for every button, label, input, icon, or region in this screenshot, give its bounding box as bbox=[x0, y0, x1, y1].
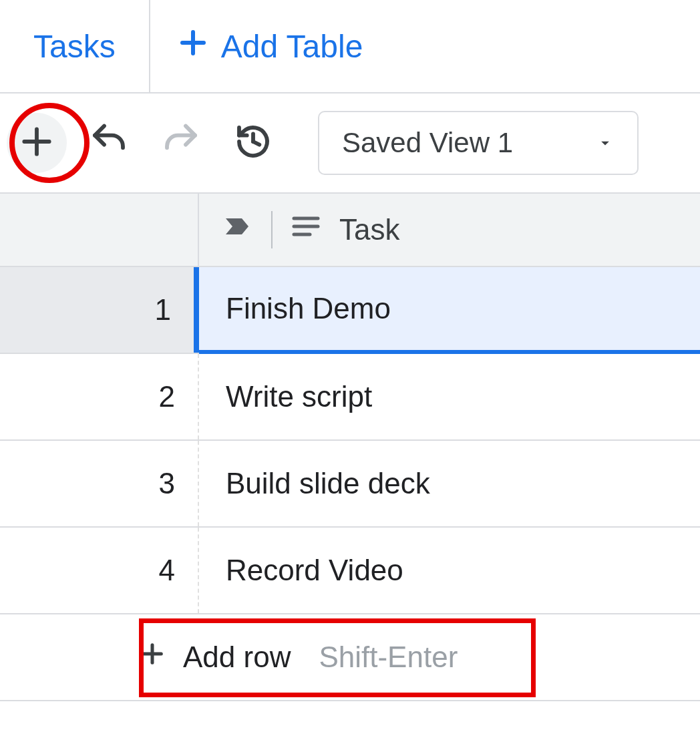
toolbar: Saved View 1 bbox=[0, 94, 700, 194]
plus-icon bbox=[18, 123, 55, 163]
undo-button[interactable] bbox=[79, 113, 139, 173]
saved-view-label: Saved View 1 bbox=[342, 127, 513, 159]
redo-button[interactable] bbox=[151, 113, 211, 173]
task-cell[interactable]: Write script bbox=[199, 354, 700, 439]
column-header-label: Task bbox=[339, 213, 399, 246]
row-number[interactable]: 3 bbox=[0, 441, 199, 526]
svg-line-5 bbox=[253, 142, 259, 145]
add-row-hint: Shift-Enter bbox=[319, 640, 458, 674]
task-cell[interactable]: Build slide deck bbox=[199, 441, 700, 526]
table-row[interactable]: 3 Build slide deck bbox=[0, 441, 700, 528]
plus-icon bbox=[177, 27, 209, 66]
history-button[interactable] bbox=[223, 113, 283, 173]
task-cell[interactable]: Finish Demo bbox=[199, 267, 700, 354]
undo-icon bbox=[90, 123, 128, 163]
add-row-footer[interactable]: Add row Shift-Enter bbox=[0, 614, 700, 701]
tab-label: Tasks bbox=[33, 28, 116, 65]
table-row[interactable]: 2 Write script bbox=[0, 354, 700, 441]
plus-icon bbox=[139, 640, 166, 674]
tab-tasks[interactable]: Tasks bbox=[0, 0, 150, 92]
table-tab-bar: Tasks Add Table bbox=[0, 0, 700, 94]
column-header-task[interactable]: Task bbox=[199, 194, 700, 266]
chevron-down-icon bbox=[596, 127, 615, 159]
task-cell[interactable]: Record Video bbox=[199, 528, 700, 613]
tag-icon bbox=[222, 210, 254, 249]
saved-view-select[interactable]: Saved View 1 bbox=[318, 111, 639, 175]
row-number[interactable]: 4 bbox=[0, 528, 199, 613]
history-icon bbox=[234, 123, 272, 163]
header-divider bbox=[271, 211, 273, 248]
add-table-button[interactable]: Add Table bbox=[150, 0, 390, 92]
add-row-content[interactable]: Add row Shift-Enter bbox=[139, 614, 458, 700]
text-column-icon bbox=[290, 210, 322, 249]
table-header: Task bbox=[0, 194, 700, 267]
add-row-spacer bbox=[0, 614, 139, 700]
redo-icon bbox=[162, 123, 200, 163]
add-row-label: Add row bbox=[183, 640, 291, 674]
add-table-label: Add Table bbox=[221, 28, 363, 65]
row-number-header[interactable] bbox=[0, 194, 199, 266]
row-number[interactable]: 1 bbox=[0, 267, 199, 353]
row-number[interactable]: 2 bbox=[0, 354, 199, 439]
table-row[interactable]: 1 Finish Demo bbox=[0, 267, 700, 354]
add-row-toolbar-button[interactable] bbox=[7, 113, 67, 173]
table-row[interactable]: 4 Record Video bbox=[0, 528, 700, 614]
